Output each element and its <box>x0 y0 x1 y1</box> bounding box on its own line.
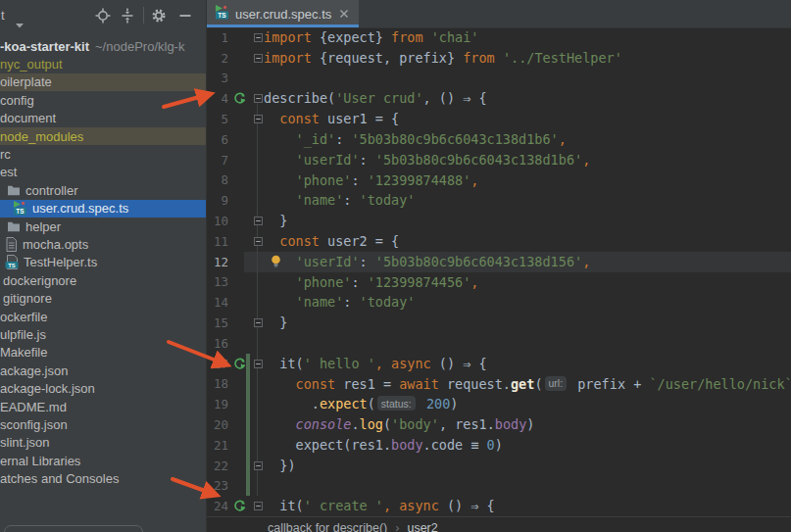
chevron-down-icon[interactable] <box>16 15 24 32</box>
tree-item-helper[interactable]: helper <box>0 218 206 235</box>
code-line-15[interactable]: 15 } <box>207 313 791 333</box>
code-text[interactable]: const user1 = { <box>264 109 399 129</box>
line-number[interactable]: 9 <box>207 193 228 208</box>
code-line-2[interactable]: 2import {request, prefix} from '../TestH… <box>207 48 791 69</box>
run-test-icon[interactable] <box>232 92 246 105</box>
fold-marker-icon[interactable] <box>252 502 264 510</box>
code-line-6[interactable]: 6 '_id': '5b03b80c9b6c6043c138d1b6', <box>207 129 791 150</box>
tree-item-ackage-json[interactable]: ackage.json <box>0 362 206 379</box>
code-text[interactable]: it(' hello ', async () ⇒ { <box>264 354 487 374</box>
code-line-24[interactable]: 24 it(' create ', async () ⇒ { <box>207 496 791 516</box>
code-text[interactable]: }) <box>264 456 296 476</box>
code-text[interactable]: } <box>264 211 287 231</box>
line-number[interactable]: 4 <box>207 91 228 106</box>
intention-bulb-icon[interactable] <box>270 255 282 272</box>
code-text[interactable]: import {request, prefix} from '../TestHe… <box>264 48 622 69</box>
collapse-all-icon[interactable] <box>119 7 136 24</box>
line-number[interactable]: 18 <box>207 376 228 391</box>
code-line-22[interactable]: 22 }) <box>207 456 791 476</box>
code-text[interactable]: console.log('body', res1.body) <box>264 414 534 435</box>
line-number[interactable]: 13 <box>207 274 228 289</box>
code-line-13[interactable]: 13 'phone': '12399874456', <box>207 272 791 293</box>
locate-icon[interactable] <box>94 7 112 24</box>
code-text[interactable]: 'name': 'today' <box>264 292 415 313</box>
code-text[interactable]: 'userId': '5b03b80c9b6c6043c138d156', <box>264 252 590 272</box>
code-line-20[interactable]: 20 console.log('body', res1.body) <box>207 414 791 435</box>
code-line-21[interactable]: 21 expect(res1.body.code ≡ 0) <box>207 435 791 456</box>
line-number[interactable]: 19 <box>207 397 228 411</box>
tree-item-gitignore[interactable]: gitignore <box>0 289 206 307</box>
tree-item-controller[interactable]: controller <box>0 181 206 199</box>
tree-item-document[interactable]: document <box>0 110 206 127</box>
settings-icon[interactable] <box>150 7 168 24</box>
line-number[interactable]: 2 <box>207 51 228 66</box>
tree-item-oilerplate[interactable]: oilerplate <box>0 73 206 91</box>
line-number[interactable]: 24 <box>207 499 228 513</box>
fold-marker-icon[interactable] <box>252 360 264 368</box>
project-view-selector[interactable]: t <box>1 8 5 23</box>
hide-panel-icon[interactable] <box>176 7 194 24</box>
line-number[interactable]: 12 <box>207 255 228 269</box>
code-line-9[interactable]: 9 'name': 'today' <box>207 190 791 211</box>
code-text[interactable]: '_id': '5b03b80c9b6c6043c138d1b6', <box>264 129 567 150</box>
tree-item-makefile[interactable]: Makefile <box>0 344 206 362</box>
tree-item-nyc-output[interactable]: nyc_output <box>0 55 206 73</box>
tree-item-user-crud-spec-ts[interactable]: TSuser.crud.spec.ts <box>0 200 206 218</box>
fold-marker-icon[interactable] <box>252 318 264 327</box>
tree-item-eadme-md[interactable]: EADME.md <box>0 398 206 415</box>
code-text[interactable]: import {expect} from 'chai' <box>264 27 479 48</box>
tree-item-mocha-opts[interactable]: mocha.opts <box>0 235 206 253</box>
tree-item-node-modules[interactable]: node_modules <box>0 127 206 145</box>
fold-marker-icon[interactable] <box>252 217 264 225</box>
line-number[interactable]: 6 <box>207 132 228 147</box>
close-icon[interactable] <box>339 9 349 19</box>
code-line-11[interactable]: 11 const user2 = { <box>207 231 791 252</box>
run-test-icon[interactable] <box>232 358 246 370</box>
code-line-8[interactable]: 8 'phone': '12399874488', <box>207 170 791 191</box>
fold-marker-icon[interactable] <box>252 237 264 246</box>
tree-item-est[interactable]: est <box>0 164 206 181</box>
code-text[interactable]: describe('User crud', () ⇒ { <box>264 88 487 109</box>
code-text[interactable]: } <box>264 313 287 333</box>
line-number[interactable]: 21 <box>207 438 228 453</box>
fold-marker-icon[interactable] <box>252 94 264 103</box>
line-number[interactable]: 17 <box>207 357 228 371</box>
fold-marker-icon[interactable] <box>252 461 264 470</box>
code-text[interactable]: 'phone': '12399874456', <box>264 272 479 293</box>
code-line-7[interactable]: 7 'userId': '5b03b80c9b6c6043c138d1b6', <box>207 150 791 170</box>
code-text[interactable]: .expect(status: 200) <box>264 394 458 414</box>
line-number[interactable]: 10 <box>207 214 228 228</box>
line-number[interactable]: 5 <box>207 112 228 126</box>
code-line-12[interactable]: 12 'userId': '5b03b80c9b6c6043c138d156', <box>207 252 791 272</box>
tree-item-ernal-libraries[interactable]: ernal Libraries <box>0 452 206 469</box>
code-line-5[interactable]: 5 const user1 = { <box>207 109 791 129</box>
line-number[interactable]: 22 <box>207 459 228 473</box>
code-line-3[interactable]: 3 <box>207 69 791 89</box>
line-number[interactable]: 7 <box>207 153 228 168</box>
code-line-1[interactable]: 1import {expect} from 'chai' <box>207 27 791 48</box>
fold-marker-icon[interactable] <box>252 33 264 42</box>
tab-user-crud-spec-ts[interactable]: TS user.crud.spec.ts <box>207 0 359 27</box>
code-text[interactable]: expect(res1.body.code ≡ 0) <box>264 435 503 456</box>
line-number[interactable]: 15 <box>207 315 228 330</box>
tree-item-slint-json[interactable]: slint.json <box>0 434 206 452</box>
tree-item-testhelper-ts[interactable]: TSTestHelper.ts <box>0 254 206 271</box>
fold-marker-icon[interactable] <box>252 115 264 123</box>
code-line-4[interactable]: 4describe('User crud', () ⇒ { <box>207 88 791 109</box>
code-line-14[interactable]: 14 'name': 'today' <box>207 292 791 313</box>
line-number[interactable]: 8 <box>207 172 228 187</box>
code-line-19[interactable]: 19 .expect(status: 200) <box>207 394 791 414</box>
code-text[interactable]: 'name': 'today' <box>264 190 415 211</box>
tree-item-atches-and-consoles[interactable]: atches and Consoles <box>0 469 206 487</box>
line-number[interactable]: 1 <box>207 30 228 45</box>
line-number[interactable]: 11 <box>207 234 228 249</box>
tree-item-dockerignore[interactable]: dockerignore <box>0 271 206 289</box>
code-text[interactable]: 'userId': '5b03b80c9b6c6043c138d1b6', <box>264 150 590 170</box>
code-text[interactable]: const res1 = await request.get(url: pref… <box>264 374 791 395</box>
code-text[interactable]: it(' create ', async () ⇒ { <box>264 496 495 516</box>
line-number[interactable]: 3 <box>207 71 228 85</box>
code-line-17[interactable]: 17 it(' hello ', async () ⇒ { <box>207 354 791 374</box>
code-line-18[interactable]: 18 const res1 = await request.get(url: p… <box>207 374 791 395</box>
code-text[interactable]: const user2 = { <box>264 231 399 252</box>
tree-item-ulpfile-js[interactable]: ulpfile.js <box>0 325 206 343</box>
